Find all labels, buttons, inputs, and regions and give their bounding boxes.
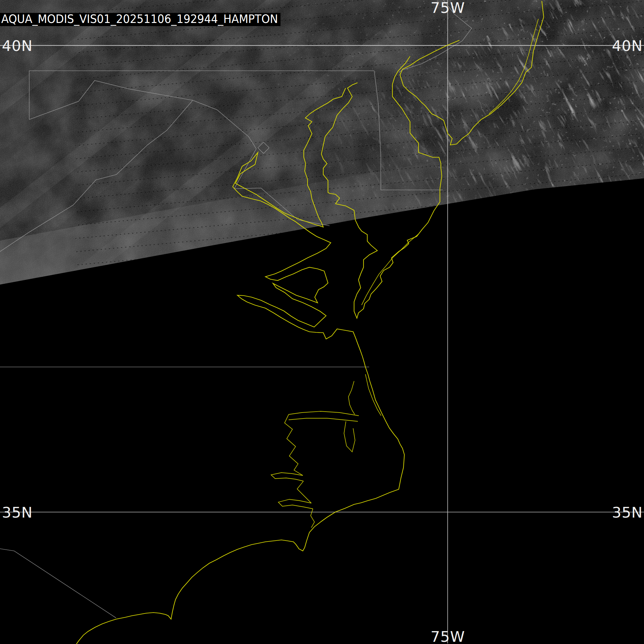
latitude-label-40n-left: 40N bbox=[2, 37, 33, 54]
longitude-label-75w-top: 75W bbox=[430, 0, 465, 16]
latitude-label-35n-left: 35N bbox=[2, 504, 33, 521]
modis-scene-canvas: 40N 40N 35N 35N 75W 75W AQUA_MODIS_VIS01… bbox=[0, 0, 644, 644]
image-title: AQUA_MODIS_VIS01_20251106_192944_HAMPTON bbox=[1, 12, 278, 26]
longitude-label-75w-bottom: 75W bbox=[430, 628, 465, 644]
satellite-image-viewport: 40N 40N 35N 35N 75W 75W AQUA_MODIS_VIS01… bbox=[0, 0, 644, 644]
image-title-bar: AQUA_MODIS_VIS01_20251106_192944_HAMPTON bbox=[0, 12, 280, 26]
latitude-label-35n-right: 35N bbox=[612, 504, 643, 521]
latitude-label-40n-right: 40N bbox=[612, 37, 643, 54]
